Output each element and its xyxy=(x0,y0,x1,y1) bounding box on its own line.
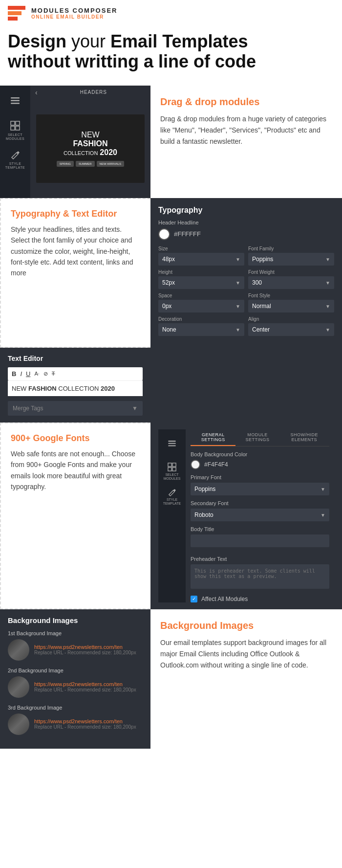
font-weight-field: Font Weight 300 ▼ xyxy=(248,269,334,289)
size-select[interactable]: 48px xyxy=(158,253,244,266)
bg-images-feature-col: Background Images Our email templates su… xyxy=(150,609,342,749)
space-field: Space 0px ▼ xyxy=(158,293,244,312)
bg-images-feature-text: Our email templates support background i… xyxy=(160,637,332,671)
preview-back-btn[interactable]: ‹ xyxy=(35,89,38,96)
svg-rect-13 xyxy=(172,467,176,471)
secondary-font-select[interactable]: Roboto xyxy=(191,509,329,521)
bg-hint-3: Replace URL - Recommended size: 180,200p… xyxy=(34,724,136,730)
preview-title: HEADERS xyxy=(42,89,146,95)
editor-content: NEW FASHION COLLECTION 2020 xyxy=(8,380,143,396)
bg-url-block-3: https://www.psd2newsletters.com/ten Repl… xyxy=(34,718,136,730)
hero-your: your xyxy=(71,31,110,51)
secondary-font-wrapper: Roboto ▼ xyxy=(191,509,329,521)
align-field: Align Center ▼ xyxy=(248,316,334,336)
section-text-editor: Text Editor B I U A· ⊘ T NEW FASHION COL… xyxy=(0,348,342,423)
strikethrough-btn[interactable]: T xyxy=(52,371,55,377)
svg-rect-7 xyxy=(168,441,175,442)
new-arrivals-btn[interactable]: NEW ARRIVALS xyxy=(97,161,125,167)
height-field: Height 52px ▼ xyxy=(158,269,244,289)
font-family-select[interactable]: Poppins xyxy=(248,253,334,266)
bg-url-1[interactable]: https://www.psd2newsletters.com/ten xyxy=(34,644,136,650)
settings-select-modules-btn[interactable]: SELECT MODULES xyxy=(162,462,182,482)
font-weight-label: Font Weight xyxy=(248,269,334,275)
bg-item3-row: https://www.psd2newsletters.com/ten Repl… xyxy=(8,713,143,735)
settings-sidebar: SELECT MODULES STYLE TEMPLATE GENERAL SE… xyxy=(158,429,334,602)
tab-showhide-elements[interactable]: SHOW/HIDE ELEMENTS xyxy=(279,429,329,446)
select-modules-btn[interactable]: SELECT MODULES xyxy=(5,121,25,141)
style-template-btn[interactable]: STYLE TEMPLATE xyxy=(5,150,25,171)
header-headline-label: Header Headline xyxy=(158,220,334,225)
settings-sidenav: SELECT MODULES STYLE TEMPLATE xyxy=(158,429,186,602)
bg-item2-label: 2nd Background Image xyxy=(8,668,143,673)
logo-bar-3 xyxy=(8,17,18,21)
editor-toolbar: B I U A· ⊘ T xyxy=(8,367,143,380)
bg-item3-label: 3rd Background Image xyxy=(8,705,143,711)
bg-item1-label: 1st Background Image xyxy=(8,630,143,636)
decoration-select[interactable]: None xyxy=(158,323,244,336)
affect-checkbox[interactable]: ✓ xyxy=(191,596,197,602)
bg-url-2[interactable]: https://www.psd2newsletters.com/ten xyxy=(34,681,136,687)
editor-new: NEW xyxy=(12,385,28,392)
bg-hint-2: Replace URL - Recommended size: 180,200p… xyxy=(34,687,136,692)
banner-year: 2020 xyxy=(100,148,117,157)
settings-style-label: STYLE TEMPLATE xyxy=(160,498,184,506)
hero-heading: Design your Email Templates without writ… xyxy=(8,31,334,72)
link-btn[interactable]: ⊘ xyxy=(43,371,48,377)
primary-font-select[interactable]: Poppins xyxy=(191,483,329,495)
section-typography: Typography & Text Editor Style your head… xyxy=(0,198,342,348)
editor-year: 2020 xyxy=(101,385,115,392)
preview-topbar: ‹ HEADERS xyxy=(30,86,150,99)
merge-tags-bar[interactable]: Merge Tags ▼ xyxy=(8,401,143,416)
bg-thumb-inner-1 xyxy=(8,639,29,661)
bold-btn[interactable]: B xyxy=(12,370,16,378)
google-fonts-title: 900+ Google Fonts xyxy=(11,433,141,444)
font-size-btn[interactable]: A· xyxy=(34,371,39,377)
underline-btn[interactable]: U xyxy=(26,370,30,378)
bg-thumb-inner-3 xyxy=(8,713,29,735)
body-title-input[interactable] xyxy=(191,534,329,547)
summer-btn[interactable]: SUMMER xyxy=(76,161,95,167)
primary-font-label: Primary Font xyxy=(191,474,329,480)
builder-preview-col: SELECT MODULES STYLE TEMPLATE ‹ HEADERS xyxy=(0,86,150,198)
banner-buttons: SPRING SUMMER NEW ARRIVALS xyxy=(57,161,124,167)
color-hex-value: #FFFFFF xyxy=(174,230,201,238)
body-bg-swatch[interactable] xyxy=(191,460,200,469)
settings-tabs-row: GENERAL SETTINGS MODULE SETTINGS SHOW/HI… xyxy=(191,429,329,446)
tab-general-settings[interactable]: GENERAL SETTINGS xyxy=(191,429,235,446)
height-label: Height xyxy=(158,269,244,275)
font-weight-select[interactable]: 300 xyxy=(248,276,334,289)
bg-url-block-2: https://www.psd2newsletters.com/ten Repl… xyxy=(34,681,136,692)
hero-line2: without writting a line of code xyxy=(8,51,256,71)
decoration-field: Decoration None ▼ xyxy=(158,316,244,336)
banner-new: NEW xyxy=(81,131,99,139)
body-bg-value: #F4F4F4 xyxy=(204,461,228,468)
bg-thumb-inner-2 xyxy=(8,676,29,698)
bg-url-3[interactable]: https://www.psd2newsletters.com/ten xyxy=(34,718,136,724)
settings-hamburger-btn[interactable] xyxy=(162,434,182,455)
height-weight-grid: Height 52px ▼ Font Weight 300 ▼ xyxy=(158,269,334,289)
hamburger-menu-btn[interactable] xyxy=(5,91,25,112)
banner-fashion: FASHION xyxy=(73,139,107,148)
editor-fashion: FASHION xyxy=(28,385,57,392)
space-select[interactable]: 0px xyxy=(158,300,244,312)
decoration-label: Decoration xyxy=(158,316,244,322)
settings-style-btn[interactable]: STYLE TEMPLATE xyxy=(162,487,182,508)
merge-tags-label: Merge Tags xyxy=(13,405,43,412)
text-editor-title: Text Editor xyxy=(8,355,143,362)
preheader-textarea[interactable] xyxy=(191,564,329,589)
bg-url-block-1: https://www.psd2newsletters.com/ten Repl… xyxy=(34,644,136,655)
bg-image-item-2: 2nd Background Image https://www.psd2new… xyxy=(8,668,143,698)
align-select[interactable]: Center xyxy=(248,323,334,336)
font-weight-select-wrapper: 300 ▼ xyxy=(248,276,334,289)
general-settings-panel: SELECT MODULES STYLE TEMPLATE GENERAL SE… xyxy=(150,423,342,609)
preheader-label: Preheader Text xyxy=(191,556,329,562)
font-style-select[interactable]: Normal xyxy=(248,300,334,312)
bg-images-panel: Background Images 1st Background Image h… xyxy=(0,609,150,749)
color-swatch-white[interactable] xyxy=(158,228,170,240)
typography-feature-col: Typography & Text Editor Style your head… xyxy=(0,198,150,348)
italic-btn[interactable]: I xyxy=(20,370,22,378)
height-select[interactable]: 52px xyxy=(158,276,244,289)
tab-module-settings[interactable]: MODULE SETTINGS xyxy=(235,429,279,446)
spring-btn[interactable]: SPRING xyxy=(57,161,74,167)
body-bg-label: Body Background Color xyxy=(191,451,329,457)
